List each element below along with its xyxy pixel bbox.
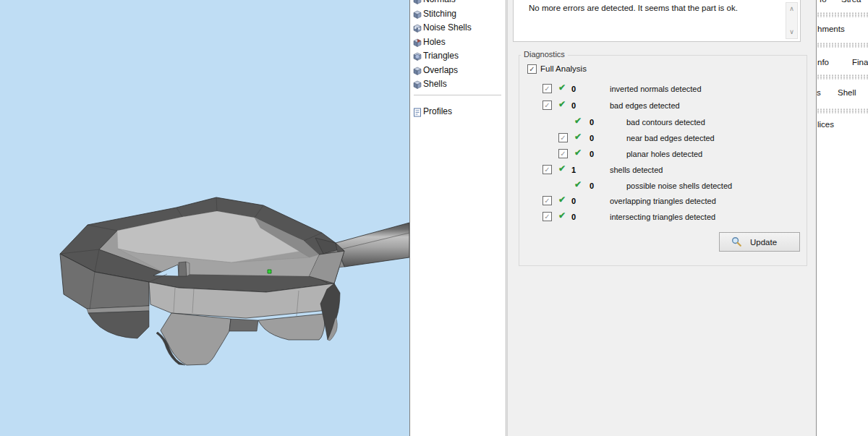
dotted-separator <box>817 12 868 17</box>
dotted-separator <box>817 43 868 48</box>
diagnostic-label: bad contours detected <box>626 118 705 127</box>
right-panel-label[interactable]: fo <box>820 0 827 4</box>
diagnostic-label: near bad edges detected <box>626 134 715 143</box>
status-ok-check-icon: ✔ <box>574 132 582 142</box>
status-ok-check-icon: ✔ <box>558 195 566 205</box>
update-button[interactable]: Update <box>719 232 800 252</box>
diagnostic-checkbox-0[interactable]: ✓ <box>542 84 552 93</box>
status-ok-check-icon: ✔ <box>558 211 566 221</box>
profiles-page-icon <box>413 107 422 116</box>
diagnostic-checkbox-7[interactable]: ✓ <box>542 196 552 205</box>
diagnostic-label: possible noise shells detected <box>626 181 732 191</box>
3d-viewport-canvas[interactable] <box>0 0 409 436</box>
right-panel-label[interactable]: Strea <box>841 0 861 4</box>
right-panel-label[interactable]: s <box>817 88 821 97</box>
diagnostic-count: 0 <box>590 134 594 143</box>
application-window: NormalsStitchingNoise ShellsHolesTriangl… <box>0 0 868 436</box>
tool-item-label: Stitching <box>423 9 456 19</box>
sidebar-item-stitching[interactable]: Stitching <box>410 7 506 21</box>
diagnostic-label: planar holes detected <box>626 150 702 159</box>
3d-part-model[interactable] <box>60 197 409 365</box>
sidebar-item-holes[interactable]: Holes <box>410 35 506 49</box>
tool-item-label: Profiles <box>423 106 452 116</box>
part-rod <box>336 223 409 267</box>
sidebar-item-shells[interactable]: Shells <box>410 77 506 91</box>
dotted-separator <box>817 74 868 80</box>
full-analysis-checkbox[interactable]: ✓ <box>527 64 537 74</box>
tool-item-label: Triangles <box>423 51 459 61</box>
right-panel-label[interactable]: Fina <box>852 58 868 67</box>
sidebar-item-overlaps[interactable]: Overlaps <box>410 64 506 77</box>
diagnostic-count: 0 <box>571 213 576 222</box>
normals-cube-icon <box>413 0 422 4</box>
part-right-foot <box>258 314 325 340</box>
dotted-separator <box>817 108 868 114</box>
diagnostic-label: bad edges detected <box>610 101 680 111</box>
fix-wizard-tools-panel: NormalsStitchingNoise ShellsHolesTriangl… <box>409 0 506 436</box>
diagnostic-checkbox-5[interactable]: ✓ <box>542 165 552 174</box>
diagnostic-count: 0 <box>571 101 576 111</box>
diagnostics-panel: No more errors are detected. It seems th… <box>507 0 816 436</box>
sidebar-item-normals[interactable]: Normals <box>410 0 506 7</box>
scroll-down-icon[interactable]: ∨ <box>786 29 797 35</box>
tool-item-label: Overlaps <box>423 65 458 75</box>
message-scrollbar[interactable]: ∧ ∨ <box>786 2 798 39</box>
diagnostic-checkbox-4[interactable]: ✓ <box>558 149 568 158</box>
sidebar-item-profiles[interactable]: Profiles <box>410 105 506 119</box>
scroll-up-icon[interactable]: ∧ <box>786 6 797 12</box>
right-panel-label[interactable]: nfo <box>817 58 829 67</box>
stitching-cube-icon <box>413 9 422 18</box>
diagnostic-count: 0 <box>590 150 594 159</box>
right-panel-label[interactable]: lices <box>817 120 834 129</box>
magnifier-icon <box>731 236 742 247</box>
diagnostic-count: 0 <box>590 118 594 127</box>
status-ok-check-icon: ✔ <box>574 116 582 126</box>
tool-item-label: Normals <box>423 0 456 4</box>
diagnostic-count: 0 <box>571 85 576 94</box>
tool-item-label: Shells <box>423 79 447 89</box>
diagnostic-label: intersecting triangles detected <box>610 213 715 222</box>
overlaps-cube-icon <box>413 66 422 74</box>
holes-cube-icon <box>413 38 422 46</box>
diagnostic-checkbox-3[interactable]: ✓ <box>558 133 568 142</box>
diagnostic-count: 1 <box>571 166 576 175</box>
diagnostic-checkbox-8[interactable]: ✓ <box>542 212 552 221</box>
status-ok-check-icon: ✔ <box>558 100 566 109</box>
analysis-message-box: No more errors are detected. It seems th… <box>513 0 801 42</box>
diagnostics-group-title: Diagnostics <box>521 50 568 59</box>
sidebar-item-noise-shells[interactable]: Noise Shells <box>410 21 506 35</box>
analysis-message: No more errors are detected. It seems th… <box>529 4 777 12</box>
noise-shells-cube-icon <box>413 23 422 32</box>
diagnostic-count: 0 <box>571 197 576 206</box>
sidebar-item-triangles[interactable]: Triangles <box>410 49 506 63</box>
update-button-label: Update <box>742 238 785 247</box>
diagnostic-label: inverted normals detected <box>610 85 702 94</box>
3d-viewport[interactable] <box>0 0 409 436</box>
status-ok-check-icon: ✔ <box>574 180 582 189</box>
diagnostic-label: shells detected <box>610 166 663 175</box>
full-analysis-label: Full Analysis <box>540 64 587 73</box>
diagnostic-checkbox-1[interactable]: ✓ <box>542 101 552 110</box>
shells-cube-icon <box>413 80 422 88</box>
triangles-cube-icon <box>413 51 422 60</box>
tool-item-label: Noise Shells <box>423 22 472 33</box>
status-ok-check-icon: ✔ <box>574 148 582 158</box>
status-ok-check-icon: ✔ <box>558 164 566 174</box>
right-side-panel: fo Strea hments nfo Fina s Shell lices <box>816 0 868 436</box>
diagnostic-label: overlapping triangles detected <box>610 197 716 206</box>
tool-item-label: Holes <box>423 37 446 47</box>
diagnostic-count: 0 <box>590 181 594 191</box>
part-left-foot <box>161 313 231 365</box>
selection-point-marker <box>268 270 271 273</box>
status-ok-check-icon: ✔ <box>558 83 566 93</box>
tools-separator <box>414 95 501 95</box>
right-panel-label[interactable]: Shell <box>838 88 856 97</box>
right-panel-label[interactable]: hments <box>817 25 845 33</box>
